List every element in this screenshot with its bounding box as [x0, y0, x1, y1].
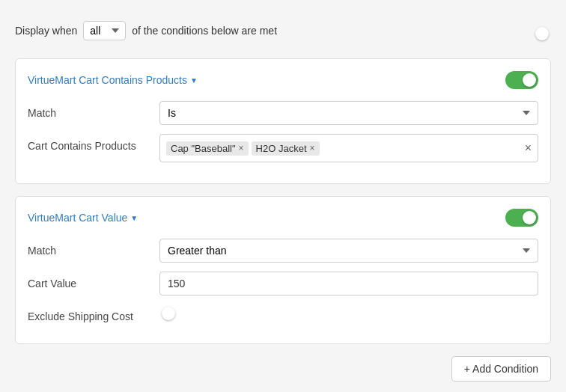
add-condition-button[interactable]: + Add Condition	[451, 356, 551, 382]
card1-products-row: Cart Contains Products Cap "Baseball" × …	[28, 134, 538, 162]
add-condition-label: + Add Condition	[464, 363, 538, 375]
card2-match-row: Match Greater than Less than Equal to	[28, 239, 538, 263]
card2-title[interactable]: VirtueMart Cart Value ▼	[28, 212, 138, 224]
card1-match-row: Match Is Is not	[28, 101, 538, 125]
card2-match-wrapper: Greater than Less than Equal to	[159, 239, 538, 263]
card2-cart-value-input[interactable]	[159, 272, 538, 295]
tag-baseball-remove[interactable]: ×	[239, 144, 244, 153]
card1-match-wrapper: Is Is not	[159, 101, 538, 125]
tags-clear-button[interactable]: ×	[525, 142, 532, 154]
card1-tags-input[interactable]: Cap "Baseball" × H2O Jacket × ×	[159, 134, 538, 162]
condition-text: of the conditions below are met	[132, 25, 277, 37]
card2-dropdown-arrow: ▼	[130, 214, 138, 222]
card2-match-select[interactable]: Greater than Less than Equal to	[159, 239, 538, 263]
card2-header: VirtueMart Cart Value ▼	[28, 209, 538, 227]
card2-toggle[interactable]	[505, 209, 538, 227]
card2-value-wrapper	[159, 272, 538, 295]
tag-baseball: Cap "Baseball" ×	[166, 141, 249, 156]
card-cart-value: VirtueMart Cart Value ▼ Match Greater th…	[15, 196, 551, 344]
display-when-label: Display when	[15, 25, 77, 37]
card2-cart-value-label: Cart Value	[28, 272, 147, 290]
card2-match-label: Match	[28, 239, 147, 257]
tag-h2o: H2O Jacket ×	[252, 141, 320, 156]
card2-exclude-label: Exclude Shipping Cost	[28, 304, 147, 322]
card1-products-label: Cart Contains Products	[28, 134, 147, 152]
card-contains-products: VirtueMart Cart Contains Products ▼ Matc…	[15, 58, 551, 184]
card1-toggle[interactable]	[505, 71, 538, 89]
card2-exclude-wrapper	[159, 304, 538, 316]
card1-header: VirtueMart Cart Contains Products ▼	[28, 71, 538, 89]
tag-h2o-label: H2O Jacket	[256, 143, 307, 154]
card1-toggle-slider	[505, 71, 538, 89]
tag-baseball-label: Cap "Baseball"	[171, 143, 236, 154]
tag-h2o-remove[interactable]: ×	[310, 144, 315, 153]
add-condition-row: + Add Condition	[15, 356, 551, 382]
card1-match-label: Match	[28, 101, 147, 119]
card1-match-select[interactable]: Is Is not	[159, 101, 538, 125]
card1-title[interactable]: VirtueMart Cart Contains Products ▼	[28, 74, 198, 86]
all-select[interactable]: all any	[83, 21, 126, 40]
card2-exclude-row: Exclude Shipping Cost	[28, 304, 538, 322]
display-when-bar: Display when all any of the conditions b…	[15, 15, 551, 46]
card1-dropdown-arrow: ▼	[190, 76, 198, 85]
card2-toggle-slider	[505, 209, 538, 227]
card1-products-wrapper: Cap "Baseball" × H2O Jacket × ×	[159, 134, 538, 162]
card2-value-row: Cart Value	[28, 272, 538, 295]
